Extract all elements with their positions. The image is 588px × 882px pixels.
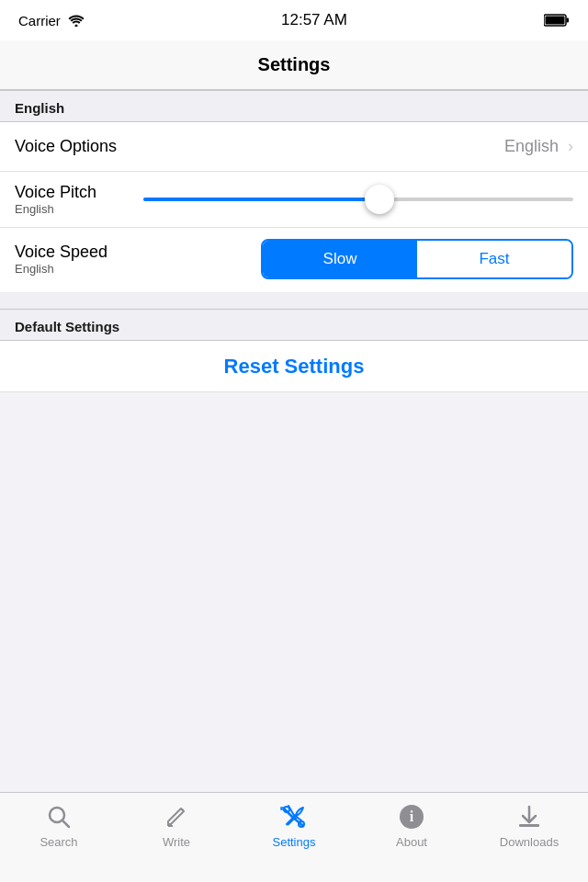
english-settings-group: Voice Options English › Voice Pitch Engl… [0,122,588,292]
reset-settings-label: Reset Settings [224,355,365,379]
slider-track [143,198,573,201]
slider-thumb[interactable] [365,185,394,214]
carrier-label: Carrier [18,13,61,28]
tab-bar: Search Write [0,792,588,882]
voice-pitch-row: Voice Pitch English [0,172,588,228]
status-bar: Carrier 12:57 AM [0,0,588,40]
tab-downloads[interactable]: Downloads [470,802,588,849]
section-header-default: Default Settings [0,309,588,341]
tab-settings[interactable]: Settings [235,802,353,849]
voice-options-value: English [504,137,559,156]
nav-bar: Settings [0,40,588,90]
svg-text:i: i [410,808,414,824]
voice-options-label: Voice Options [15,137,117,156]
svg-rect-3 [566,18,569,23]
voice-pitch-label: Voice Pitch [15,183,125,202]
about-tab-icon: i [397,802,426,831]
status-carrier-wifi: Carrier [18,13,85,28]
voice-pitch-sublabel: English [15,202,125,216]
write-tab-icon [162,802,191,831]
tab-settings-label: Settings [273,835,316,849]
status-battery [544,14,570,27]
section-header-english: English [0,90,588,122]
reset-settings-button[interactable]: Reset Settings [0,341,588,392]
svg-rect-12 [519,824,539,827]
battery-icon [544,14,570,27]
search-tab-icon [44,802,74,831]
voice-speed-row: Voice Speed English Slow Fast [0,228,588,292]
tab-about-label: About [396,835,427,849]
page-title: Settings [258,54,331,75]
tab-write-label: Write [163,835,190,849]
tab-about[interactable]: i About [353,802,470,849]
svg-line-5 [62,820,69,827]
speed-slow-option[interactable]: Slow [263,241,417,277]
downloads-tab-icon [514,802,544,831]
tab-search[interactable]: Search [0,802,118,849]
tab-write[interactable]: Write [118,802,235,849]
svg-rect-2 [545,17,564,25]
tab-downloads-label: Downloads [500,835,559,849]
chevron-right-icon: › [568,137,573,156]
settings-tab-icon [279,802,309,831]
default-settings-group: Reset Settings [0,341,588,392]
voice-speed-segmented[interactable]: Slow Fast [261,239,573,279]
tab-search-label: Search [40,835,77,849]
voice-speed-label: Voice Speed [15,243,107,262]
status-time: 12:57 AM [281,11,347,29]
voice-pitch-slider[interactable] [143,185,573,214]
wifi-icon [68,14,85,27]
svg-point-0 [74,25,77,28]
spacer [0,292,588,309]
speed-fast-option[interactable]: Fast [417,241,571,277]
slider-fill [143,198,379,201]
voice-speed-sublabel: English [15,262,107,276]
voice-options-row[interactable]: Voice Options English › [0,122,588,172]
